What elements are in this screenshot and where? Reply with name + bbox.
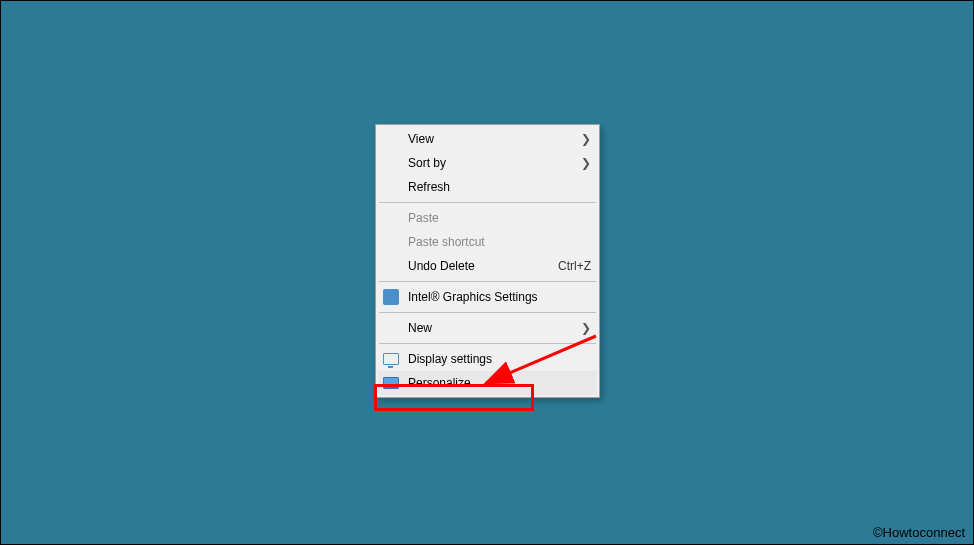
menu-item-view[interactable]: View ❯ bbox=[378, 127, 597, 151]
menu-label: Display settings bbox=[408, 352, 591, 366]
menu-item-new[interactable]: New ❯ bbox=[378, 316, 597, 340]
menu-label: Undo Delete bbox=[408, 259, 550, 273]
menu-label: Intel® Graphics Settings bbox=[408, 290, 591, 304]
chevron-right-icon: ❯ bbox=[577, 156, 591, 170]
menu-item-intel-graphics[interactable]: Intel® Graphics Settings bbox=[378, 285, 597, 309]
menu-separator bbox=[379, 312, 596, 313]
menu-label: View bbox=[408, 132, 577, 146]
menu-label: Refresh bbox=[408, 180, 591, 194]
menu-label: New bbox=[408, 321, 577, 335]
menu-item-display-settings[interactable]: Display settings bbox=[378, 347, 597, 371]
menu-separator bbox=[379, 281, 596, 282]
menu-item-personalize[interactable]: Personalize bbox=[378, 371, 597, 395]
watermark-text: ©Howtoconnect bbox=[873, 525, 965, 540]
menu-label: Sort by bbox=[408, 156, 577, 170]
menu-item-refresh[interactable]: Refresh bbox=[378, 175, 597, 199]
menu-item-undo-delete[interactable]: Undo Delete Ctrl+Z bbox=[378, 254, 597, 278]
menu-separator bbox=[379, 202, 596, 203]
menu-separator bbox=[379, 343, 596, 344]
menu-label: Paste shortcut bbox=[408, 235, 591, 249]
menu-item-paste-shortcut: Paste shortcut bbox=[378, 230, 597, 254]
intel-icon bbox=[382, 288, 400, 306]
menu-label: Personalize bbox=[408, 376, 591, 390]
chevron-right-icon: ❯ bbox=[577, 132, 591, 146]
menu-item-paste: Paste bbox=[378, 206, 597, 230]
menu-item-sort-by[interactable]: Sort by ❯ bbox=[378, 151, 597, 175]
personalize-icon bbox=[382, 374, 400, 392]
desktop-context-menu: View ❯ Sort by ❯ Refresh Paste Paste sho… bbox=[375, 124, 600, 398]
menu-shortcut: Ctrl+Z bbox=[558, 259, 591, 273]
chevron-right-icon: ❯ bbox=[577, 321, 591, 335]
display-icon bbox=[382, 350, 400, 368]
menu-label: Paste bbox=[408, 211, 591, 225]
